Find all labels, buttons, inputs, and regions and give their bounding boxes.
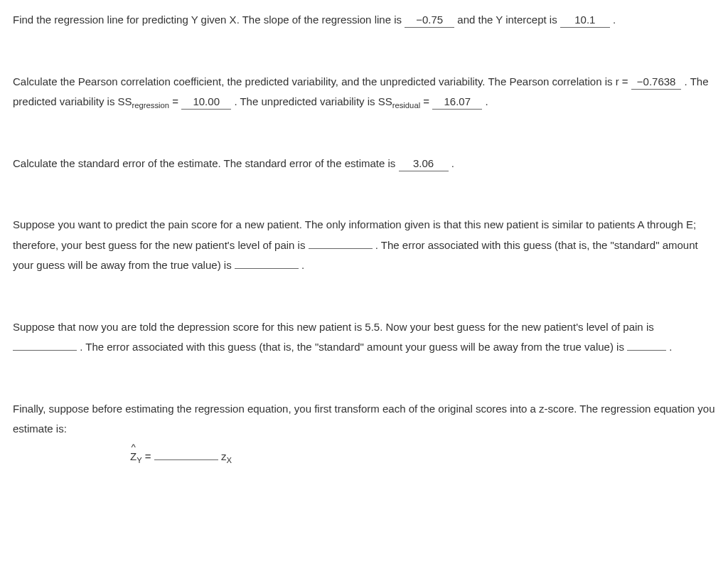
paragraph-standard-error: Calculate the standard error of the esti…	[13, 154, 715, 174]
subscript: X	[226, 456, 232, 464]
subscript: residual	[392, 101, 420, 110]
subscript: regression	[132, 101, 170, 110]
text: .	[451, 157, 454, 169]
text: Finally, suppose before estimating the r…	[13, 403, 714, 435]
blank-error-2[interactable]	[627, 350, 666, 351]
text: .	[669, 341, 672, 353]
text: Suppose that now you are told the depres…	[13, 321, 654, 333]
text: .	[301, 259, 304, 271]
blank-intercept[interactable]: 10.1	[560, 12, 610, 28]
text: Calculate the Pearson correlation coeffi…	[13, 75, 631, 87]
text: .	[613, 14, 616, 26]
paragraph-depression-score: Suppose that now you are told the depres…	[13, 317, 715, 358]
text: =	[420, 95, 432, 107]
text: Calculate the standard error of the esti…	[13, 157, 399, 169]
blank-ssregression[interactable]: 10.00	[181, 94, 231, 110]
paragraph-predict-new-patient: Suppose you want to predict the pain sco…	[13, 215, 715, 276]
blank-r[interactable]: −0.7638	[631, 74, 682, 90]
paragraph-zscore: Finally, suppose before estimating the r…	[13, 399, 715, 467]
text: .	[485, 95, 488, 107]
equals: =	[145, 450, 154, 462]
text: and the Y intercept is	[457, 14, 560, 26]
text: . The error associated with this guess (…	[80, 341, 627, 353]
text: Find the regression line for predicting …	[13, 14, 405, 26]
blank-best-guess-1[interactable]	[309, 248, 373, 249]
paragraph-regression-line: Find the regression line for predicting …	[13, 10, 715, 31]
paragraph-pearson: Calculate the Pearson correlation coeffi…	[13, 72, 715, 112]
text: . The unpredicted variability is SS	[234, 95, 392, 107]
blank-slope[interactable]: −0.75	[405, 12, 454, 28]
blank-ssresidual[interactable]: 16.07	[432, 94, 482, 110]
subscript: Y	[136, 456, 142, 464]
blank-z-coefficient[interactable]	[154, 459, 218, 460]
formula-row: ZY = zX	[13, 447, 715, 467]
z-hat-y: Z	[130, 447, 136, 467]
text: =	[169, 95, 181, 107]
blank-best-guess-2[interactable]	[13, 350, 77, 351]
blank-error-1[interactable]	[235, 268, 299, 269]
blank-se[interactable]: 3.06	[399, 156, 449, 171]
